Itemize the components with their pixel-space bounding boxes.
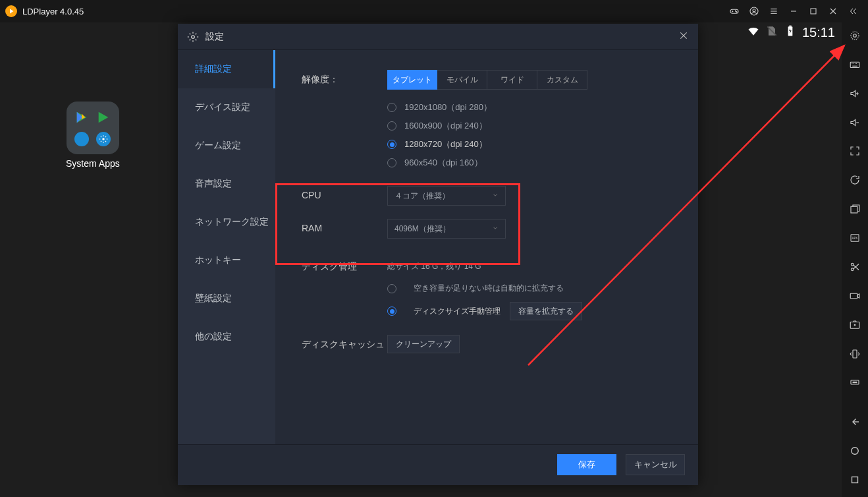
svg-point-49 xyxy=(852,448,859,455)
svg-point-46 xyxy=(854,382,855,384)
seg-mobile[interactable]: モバイル xyxy=(437,70,487,90)
no-sim-icon xyxy=(765,24,778,41)
disk-label: ディスク管理 xyxy=(302,257,387,273)
svg-point-45 xyxy=(853,382,854,384)
disk-expand-button[interactable]: 容量を拡充する xyxy=(510,302,582,320)
keyboard-mapping-icon[interactable] xyxy=(846,55,864,74)
resolution-960x540[interactable]: 960x540（dpi 160） xyxy=(387,157,587,169)
svg-line-39 xyxy=(854,264,859,269)
nav-game[interactable]: ゲーム設定 xyxy=(178,127,275,165)
cpu-value: ４コア（推奨） xyxy=(394,190,450,202)
install-apk-icon[interactable]: APK xyxy=(846,229,864,247)
svg-point-42 xyxy=(854,324,855,326)
chevron-down-icon xyxy=(492,224,499,233)
record-video-icon[interactable] xyxy=(846,287,864,305)
app-logo-icon xyxy=(5,5,17,17)
save-button[interactable]: 保存 xyxy=(557,454,616,475)
svg-point-47 xyxy=(856,382,857,384)
home-icon[interactable] xyxy=(846,442,864,460)
emulator-screen: 15:11 System Apps 設定 詳細設定 デバイス設定 xyxy=(0,22,842,497)
cache-cleanup-button[interactable]: クリーンアップ xyxy=(387,335,460,353)
app-title: LDPlayer 4.0.45 xyxy=(22,7,84,16)
seg-tablet[interactable]: タブレット xyxy=(387,70,437,90)
status-time: 15:11 xyxy=(802,25,835,40)
nav-network[interactable]: ネットワーク設定 xyxy=(178,203,275,241)
gear-icon xyxy=(187,31,199,43)
close-button[interactable] xyxy=(823,0,843,22)
svg-rect-11 xyxy=(811,9,816,14)
svg-rect-0 xyxy=(730,9,738,13)
ram-label: RAM xyxy=(302,219,387,233)
seg-custom[interactable]: カスタム xyxy=(537,70,587,90)
svg-point-4 xyxy=(736,11,737,12)
svg-text:APK: APK xyxy=(852,237,857,240)
svg-rect-40 xyxy=(850,293,857,299)
shake-icon[interactable] xyxy=(846,345,864,363)
gamepad-icon[interactable] xyxy=(724,0,744,22)
maximize-button[interactable] xyxy=(803,0,823,22)
svg-point-3 xyxy=(735,11,736,11)
toolbar-settings-gear-icon[interactable] xyxy=(846,26,864,45)
svg-point-22 xyxy=(851,32,859,40)
dialog-title: 設定 xyxy=(205,31,224,43)
volume-down-icon[interactable] xyxy=(846,113,864,132)
app-label: System Apps xyxy=(66,158,120,169)
svg-line-38 xyxy=(854,265,859,270)
desktop-app-system-apps[interactable]: System Apps xyxy=(66,102,120,169)
cpu-select[interactable]: ４コア（推奨） xyxy=(387,186,506,206)
svg-rect-50 xyxy=(852,477,858,483)
multi-instance-icon[interactable] xyxy=(846,200,864,218)
right-toolbar: APK xyxy=(842,22,868,497)
system-apps-folder-icon xyxy=(67,102,119,154)
svg-point-23 xyxy=(854,34,857,38)
svg-point-6 xyxy=(753,9,755,12)
svg-rect-24 xyxy=(850,62,859,67)
nav-hotkey[interactable]: ホットキー xyxy=(178,241,275,279)
collapse-sidebar-icon[interactable] xyxy=(843,0,863,22)
nav-other[interactable]: 他の設定 xyxy=(178,318,275,356)
sync-icon[interactable] xyxy=(846,171,864,189)
battery-charging-icon xyxy=(784,24,797,41)
settings-content: 解像度： タブレット モバイル ワイド カスタム 1920x1080（dpi 2… xyxy=(275,50,698,444)
more-icon[interactable] xyxy=(846,374,864,392)
resolution-label: 解像度： xyxy=(302,70,387,86)
svg-point-18 xyxy=(192,35,195,38)
hamburger-menu-icon[interactable] xyxy=(764,0,784,22)
settings-dialog: 設定 詳細設定 デバイス設定 ゲーム設定 音声設定 ネットワーク設定 ホットキー… xyxy=(178,24,698,485)
seg-wide[interactable]: ワイド xyxy=(487,70,537,90)
chevron-down-icon xyxy=(492,191,499,200)
browser-mini-icon xyxy=(74,132,89,146)
account-icon[interactable] xyxy=(744,0,764,22)
back-icon[interactable] xyxy=(846,413,864,431)
ram-value: 4096M（推奨） xyxy=(394,223,450,235)
disk-manual[interactable]: ディスクサイズ手動管理容量を拡充する xyxy=(387,302,582,320)
wifi-icon xyxy=(747,24,760,41)
titlebar: LDPlayer 4.0.45 xyxy=(0,0,868,22)
resolution-1600x900[interactable]: 1600x900（dpi 240） xyxy=(387,120,587,132)
disk-auto-expand[interactable]: 空き容量が足りない時は自動的に拡充する xyxy=(387,283,582,294)
recents-icon[interactable] xyxy=(846,471,864,489)
minimize-button[interactable] xyxy=(784,0,803,22)
nav-advanced[interactable]: 詳細設定 xyxy=(178,50,275,88)
settings-nav: 詳細設定 デバイス設定 ゲーム設定 音声設定 ネットワーク設定 ホットキー 壁紙… xyxy=(178,50,275,444)
svg-rect-33 xyxy=(851,206,857,213)
resolution-1280x720[interactable]: 1280x720（dpi 240） xyxy=(387,138,587,150)
scissors-icon[interactable] xyxy=(846,258,864,276)
fullscreen-icon[interactable] xyxy=(846,142,864,161)
ram-select[interactable]: 4096M（推奨） xyxy=(387,219,506,239)
screenshot-icon[interactable] xyxy=(846,316,864,334)
volume-up-icon[interactable] xyxy=(846,84,864,103)
nav-audio[interactable]: 音声設定 xyxy=(178,165,275,203)
dialog-close-button[interactable] xyxy=(678,30,689,44)
resolution-mode-segment: タブレット モバイル ワイド カスタム xyxy=(387,70,587,90)
nav-wallpaper[interactable]: 壁紙設定 xyxy=(178,279,275,318)
svg-rect-16 xyxy=(789,25,791,26)
nav-device[interactable]: デバイス設定 xyxy=(178,88,275,127)
cancel-button[interactable]: キャンセル xyxy=(626,454,685,475)
svg-point-17 xyxy=(103,138,105,140)
settings-mini-icon xyxy=(96,132,111,146)
cache-label: ディスクキャッシュ xyxy=(302,335,387,351)
svg-rect-43 xyxy=(853,350,857,358)
cpu-label: CPU xyxy=(302,186,387,200)
resolution-1920x1080[interactable]: 1920x1080（dpi 280） xyxy=(387,102,587,113)
